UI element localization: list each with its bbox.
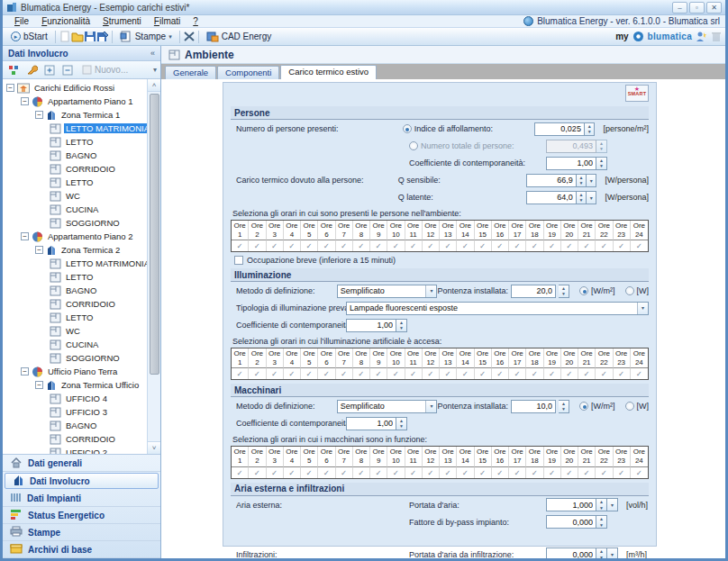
tree-node[interactable]: −Zona Termica 2 <box>3 243 147 257</box>
hour-checkbox[interactable]: ✓ <box>631 466 648 478</box>
hour-checkbox[interactable]: ✓ <box>353 466 370 478</box>
hour-checkbox[interactable]: ✓ <box>353 367 370 379</box>
input-portata-aria[interactable] <box>546 498 596 511</box>
spinner-indice[interactable]: ▲▼ <box>585 122 596 136</box>
tree-node[interactable]: UFFICIO 3 <box>3 405 147 419</box>
hour-checkbox[interactable]: ✓ <box>561 240 578 251</box>
hour-checkbox[interactable]: ✓ <box>318 466 335 478</box>
tree-node[interactable]: BAGNO <box>3 284 147 297</box>
hour-checkbox[interactable]: ✓ <box>370 240 387 251</box>
hour-checkbox[interactable]: ✓ <box>578 466 596 478</box>
hour-checkbox[interactable]: ✓ <box>284 240 301 251</box>
user-badge-icon[interactable] <box>696 31 707 42</box>
hour-checkbox[interactable]: ✓ <box>561 367 578 379</box>
hour-checkbox[interactable]: ✓ <box>578 240 596 251</box>
trash-icon[interactable] <box>711 31 722 42</box>
hour-checkbox[interactable]: ✓ <box>267 466 284 478</box>
hour-checkbox[interactable]: ✓ <box>492 367 509 379</box>
hour-checkbox[interactable]: ✓ <box>301 367 318 379</box>
hour-checkbox[interactable]: ✓ <box>423 240 440 251</box>
combo-metodo-illuminazione[interactable]: Semplificato▾ <box>337 285 438 298</box>
hour-checkbox[interactable]: ✓ <box>387 240 405 251</box>
tree-node[interactable]: LETTO <box>3 270 147 284</box>
hour-checkbox[interactable]: ✓ <box>336 367 353 379</box>
radio-numero-totale[interactable] <box>409 141 418 150</box>
hour-checkbox[interactable]: ✓ <box>614 466 631 478</box>
structure-icon[interactable] <box>6 63 21 77</box>
tree-node[interactable]: LETTO MATRIMONIALE <box>3 122 147 135</box>
hour-checkbox[interactable]: ✓ <box>596 367 613 379</box>
tree-node[interactable]: −Appartamento Piano 2 <box>3 230 147 243</box>
hour-checkbox[interactable]: ✓ <box>457 466 474 478</box>
hour-checkbox[interactable]: ✓ <box>544 240 561 251</box>
tree-node[interactable]: −Zona Termica 1 <box>3 108 147 122</box>
tree-node[interactable]: CORRIDOIO <box>3 432 147 446</box>
cad-energy-button[interactable]: CAD Energy <box>202 30 277 43</box>
menu-strumenti[interactable]: Strumenti <box>96 16 148 26</box>
tree-expander-icon[interactable]: − <box>35 381 43 389</box>
sidebar-item-dati-impianti[interactable]: Dati Impianti <box>3 490 160 507</box>
hour-checkbox[interactable]: ✓ <box>509 367 526 379</box>
spinner-potenza-illuminazione[interactable]: ▲▼ <box>559 285 569 298</box>
tree-scrollbar[interactable]: ˄ ˅ <box>147 79 160 454</box>
hour-checkbox[interactable]: ✓ <box>336 466 353 478</box>
sidebar-item-archivi-di-base[interactable]: Archivi di base <box>3 541 160 558</box>
hour-checkbox[interactable]: ✓ <box>457 367 474 379</box>
sidebar-item-stampe[interactable]: Stampe <box>3 524 160 541</box>
hour-checkbox[interactable]: ✓ <box>526 367 543 379</box>
tree-node[interactable]: LETTO <box>3 311 147 324</box>
tab-carico-termico-estivo[interactable]: Carico termico estivo <box>280 65 377 79</box>
tree-node[interactable]: −Appartamento Piano 1 <box>3 95 147 108</box>
expand-all-icon[interactable] <box>42 63 57 77</box>
spinner-q-sensibile[interactable]: ▲▼ <box>577 174 587 187</box>
collapse-panel-icon[interactable]: « <box>150 49 155 58</box>
tree-node[interactable]: CUCINA <box>3 338 147 351</box>
hour-checkbox[interactable]: ✓ <box>370 367 387 379</box>
hour-checkbox[interactable]: ✓ <box>492 466 509 478</box>
scissors-icon[interactable] <box>183 31 196 42</box>
tree-expander-icon[interactable]: − <box>35 246 43 254</box>
dropdown-q-sensibile[interactable]: ▾ <box>587 174 596 187</box>
save-icon[interactable] <box>84 31 96 42</box>
hour-checkbox[interactable]: ✓ <box>318 367 335 379</box>
input-coeff-persone[interactable] <box>546 157 596 170</box>
tree-node[interactable]: SOGGIORNO <box>3 216 147 230</box>
tab-componenti[interactable]: Componenti <box>217 66 279 79</box>
tree-node[interactable]: −Ufficio Piano Terra <box>3 365 147 378</box>
input-potenza-macchinari[interactable] <box>511 400 556 413</box>
input-q-sensibile[interactable] <box>526 174 577 187</box>
smart-button[interactable]: ★ SMART <box>625 85 649 102</box>
radio-wm2-illuminazione[interactable] <box>579 286 588 295</box>
scroll-up-icon[interactable]: ˄ <box>148 79 160 92</box>
sidebar-item-status-energetico[interactable]: Status Energetico <box>3 507 160 524</box>
hour-checkbox[interactable]: ✓ <box>596 240 613 251</box>
sidebar-item-dati-involucro[interactable]: Dati Involucro <box>5 473 159 489</box>
hour-checkbox[interactable]: ✓ <box>405 240 423 251</box>
hour-checkbox[interactable]: ✓ <box>370 466 387 478</box>
save-as-icon[interactable] <box>96 31 109 42</box>
scroll-down-icon[interactable]: ˅ <box>148 441 160 454</box>
hour-checkbox[interactable]: ✓ <box>423 466 440 478</box>
hour-checkbox[interactable]: ✓ <box>544 466 561 478</box>
tree-node[interactable]: CORRIDOIO <box>3 297 147 311</box>
wrench-icon[interactable] <box>24 63 39 77</box>
hour-checkbox[interactable]: ✓ <box>353 240 370 251</box>
tree-node[interactable]: LETTO MATRIMONIALE <box>3 257 147 270</box>
hour-checkbox[interactable]: ✓ <box>475 466 492 478</box>
input-potenza-illuminazione[interactable] <box>511 285 556 298</box>
tree-expander-icon[interactable]: − <box>21 97 29 105</box>
input-coeff-macchinari[interactable] <box>346 417 396 430</box>
nuovo-button[interactable]: Nuovo... <box>78 65 132 75</box>
hour-checkbox[interactable]: ✓ <box>232 240 249 251</box>
menu-filmati[interactable]: Filmati <box>148 16 187 26</box>
menu-file[interactable]: File <box>8 16 35 26</box>
hour-checkbox[interactable]: ✓ <box>387 367 405 379</box>
hour-checkbox[interactable]: ✓ <box>301 466 318 478</box>
stampe-button[interactable]: Stampe ▾ <box>115 30 177 43</box>
hour-checkbox[interactable]: ✓ <box>475 367 492 379</box>
radio-w-illuminazione[interactable] <box>625 286 634 295</box>
hour-checkbox[interactable]: ✓ <box>284 367 301 379</box>
tree-node[interactable]: CORRIDOIO <box>3 162 147 176</box>
tree-node[interactable]: −Zona Termica Ufficio <box>3 378 147 392</box>
hour-checkbox[interactable]: ✓ <box>614 240 631 251</box>
